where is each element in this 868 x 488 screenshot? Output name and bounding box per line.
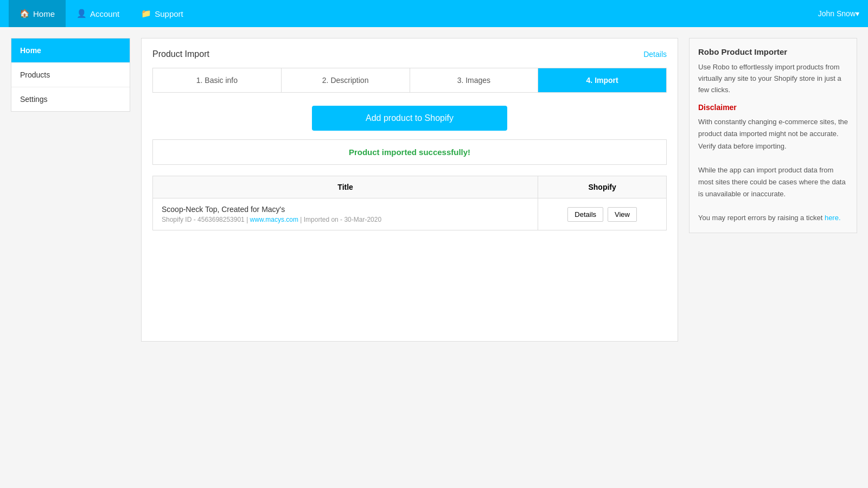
nav-support-label: Support [155, 9, 183, 18]
sidebar: Home Products Settings [11, 38, 130, 112]
right-panel-description: Use Robo to effortlessly import products… [698, 62, 848, 95]
disclaimer-link[interactable]: here. [825, 214, 841, 222]
view-button[interactable]: View [608, 207, 637, 222]
nav-home-label: Home [33, 9, 55, 18]
product-id-value: 4563698253901 [197, 216, 245, 223]
top-navigation: 🏠 Home 👤 Account 📁 Support John Snow▾ [0, 0, 868, 27]
product-info-cell: Scoop-Neck Top, Created for Macy's Shopi… [153, 198, 538, 230]
disclaimer-text: With constantly changing e-commerce site… [698, 116, 848, 224]
nav-left: 🏠 Home 👤 Account 📁 Support [9, 0, 818, 27]
sidebar-item-settings[interactable]: Settings [11, 87, 130, 111]
success-message: Product imported successfully! [349, 147, 470, 157]
main-layout: Home Products Settings Product Import De… [0, 27, 868, 352]
nav-support[interactable]: 📁 Support [130, 0, 194, 27]
page-title: Product Import [152, 49, 209, 59]
steps-tabs: 1. Basic info 2. Description 3. Images 4… [152, 68, 667, 93]
folder-icon: 📁 [141, 9, 151, 18]
product-meta: Shopify ID - 4563698253901 | www.macys.c… [162, 216, 529, 223]
disclaimer-title: Disclaimer [698, 103, 848, 112]
sidebar-home-label: Home [20, 46, 41, 55]
step-import[interactable]: 4. Import [538, 68, 666, 92]
product-meta-separator2: | Imported on - [300, 216, 344, 223]
sidebar-products-label: Products [20, 70, 50, 79]
product-title: Scoop-Neck Top, Created for Macy's [162, 205, 529, 214]
nav-account-label: Account [90, 9, 119, 18]
step-images[interactable]: 3. Images [410, 68, 539, 92]
product-table: Title Shopify Scoop-Neck Top, Created fo… [152, 176, 667, 230]
main-content: Product Import Details 1. Basic info 2. … [141, 38, 678, 342]
details-button[interactable]: Details [567, 207, 603, 222]
table-header-title: Title [153, 176, 538, 198]
product-imported-date: 30-Mar-2020 [344, 216, 381, 223]
user-menu[interactable]: John Snow▾ [818, 9, 859, 18]
product-source-url[interactable]: www.macys.com [250, 216, 298, 223]
table-row: Scoop-Neck Top, Created for Macy's Shopi… [153, 198, 667, 230]
user-menu-label: John Snow▾ [818, 9, 859, 18]
add-product-button[interactable]: Add product to Shopify [312, 106, 507, 131]
table-header-shopify: Shopify [538, 176, 667, 198]
user-icon: 👤 [76, 9, 87, 18]
right-panel-title: Robo Product Importer [698, 47, 848, 56]
product-actions-cell: Details View [538, 198, 667, 230]
sidebar-item-products[interactable]: Products [11, 63, 130, 87]
nav-account[interactable]: 👤 Account [66, 0, 130, 27]
product-shopify-id: Shopify ID - [162, 216, 197, 223]
sidebar-item-home[interactable]: Home [11, 38, 130, 63]
right-panel: Robo Product Importer Use Robo to effort… [689, 38, 857, 233]
nav-home[interactable]: 🏠 Home [9, 0, 66, 27]
step-description[interactable]: 2. Description [282, 68, 410, 92]
details-link[interactable]: Details [643, 50, 667, 59]
step-basic-info[interactable]: 1. Basic info [153, 68, 282, 92]
home-icon: 🏠 [20, 9, 30, 18]
content-header: Product Import Details [152, 49, 667, 59]
success-box: Product imported successfully! [152, 139, 667, 165]
sidebar-settings-label: Settings [20, 95, 48, 104]
